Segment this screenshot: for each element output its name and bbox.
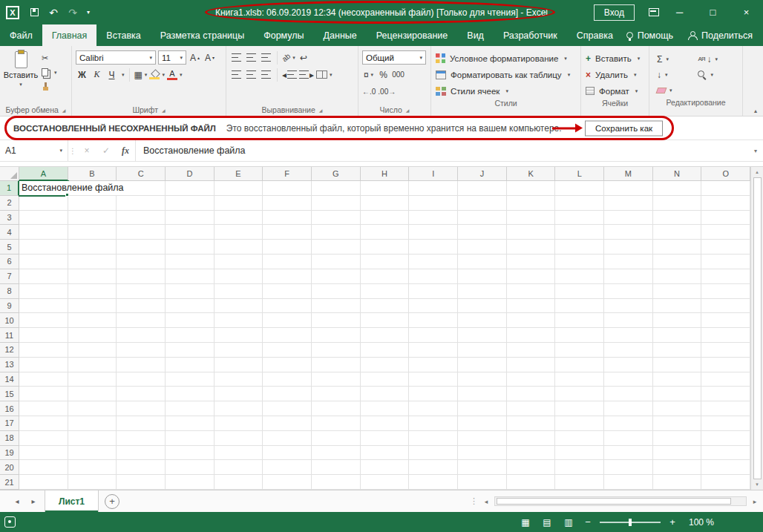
cell-E8[interactable] [215, 284, 263, 299]
align-right-button[interactable] [260, 68, 272, 82]
tab-developer[interactable]: Разработчик [494, 24, 567, 46]
cell-B21[interactable] [68, 475, 117, 490]
cell-N10[interactable] [653, 313, 702, 328]
cell-M7[interactable] [604, 269, 653, 284]
cell-I21[interactable] [409, 475, 458, 490]
cell-C19[interactable] [117, 446, 166, 461]
cell-I14[interactable] [409, 372, 458, 387]
cell-C5[interactable] [117, 240, 166, 254]
name-box[interactable]: A1▾ [0, 140, 68, 161]
cell-M11[interactable] [604, 328, 653, 343]
row-header-1[interactable]: 1 [0, 181, 19, 196]
fill-handle[interactable] [65, 193, 69, 197]
vertical-scrollbar[interactable]: ▴ ▾ [750, 167, 763, 490]
cell-K15[interactable] [507, 387, 556, 401]
cell-N15[interactable] [653, 387, 702, 401]
cell-E12[interactable] [215, 343, 263, 358]
cell-I5[interactable] [409, 240, 458, 254]
column-header-L[interactable]: L [555, 167, 604, 181]
cell-A12[interactable] [19, 343, 68, 358]
cell-J8[interactable] [458, 284, 507, 299]
decrease-indent-button[interactable]: ◂ [282, 68, 297, 82]
splitter-grip[interactable]: ⋮ [470, 496, 478, 506]
cell-G17[interactable] [312, 416, 361, 431]
zoom-out-button[interactable]: − [583, 516, 593, 528]
tab-review[interactable]: Рецензирование [367, 24, 458, 46]
cell-A20[interactable] [19, 460, 68, 475]
cell-D17[interactable] [166, 416, 215, 431]
cell-G6[interactable] [312, 254, 361, 269]
cell-K3[interactable] [507, 211, 556, 226]
cell-E15[interactable] [215, 387, 263, 401]
cell-O2[interactable] [701, 196, 750, 211]
cell-L16[interactable] [555, 401, 604, 416]
column-header-M[interactable]: M [604, 167, 653, 181]
cell-J9[interactable] [458, 299, 507, 314]
cell-F13[interactable] [263, 358, 312, 372]
number-format-select[interactable]: Общий▾ [362, 50, 426, 65]
cell-L8[interactable] [555, 284, 604, 299]
zoom-level[interactable]: 100 % [684, 517, 714, 528]
cell-N4[interactable] [653, 225, 702, 240]
align-bottom-button[interactable] [260, 50, 272, 65]
cell-J12[interactable] [458, 343, 507, 358]
share-button[interactable]: Поделиться [688, 30, 753, 41]
cell-I4[interactable] [409, 225, 458, 240]
row-header-6[interactable]: 6 [0, 254, 19, 269]
cell-N7[interactable] [653, 269, 702, 284]
cell-N6[interactable] [653, 254, 702, 269]
row-header-21[interactable]: 21 [0, 475, 19, 490]
cell-J17[interactable] [458, 416, 507, 431]
cell-B20[interactable] [68, 460, 117, 475]
cell-G8[interactable] [312, 284, 361, 299]
cell-O11[interactable] [701, 328, 750, 343]
tell-me-button[interactable]: Помощь [626, 30, 673, 41]
maximize-button[interactable]: □ [696, 0, 730, 24]
comma-style-button[interactable]: 000 [392, 68, 405, 82]
add-sheet-button[interactable]: + [105, 494, 119, 509]
cell-B15[interactable] [68, 387, 117, 401]
fill-color-button[interactable]: ▾ [149, 68, 165, 82]
cell-G10[interactable] [312, 313, 361, 328]
cell-G2[interactable] [312, 196, 361, 211]
cell-E20[interactable] [215, 460, 263, 475]
cell-I2[interactable] [409, 196, 458, 211]
column-header-G[interactable]: G [312, 167, 361, 181]
cell-A10[interactable] [19, 313, 68, 328]
cell-D19[interactable] [166, 446, 215, 461]
cell-G11[interactable] [312, 328, 361, 343]
cell-F16[interactable] [263, 401, 312, 416]
row-header-12[interactable]: 12 [0, 343, 19, 358]
cell-L13[interactable] [555, 358, 604, 372]
align-middle-button[interactable] [245, 50, 258, 65]
cell-K6[interactable] [507, 254, 556, 269]
cell-L10[interactable] [555, 313, 604, 328]
percent-style-button[interactable]: % [377, 68, 390, 82]
cell-O10[interactable] [701, 313, 750, 328]
formula-bar-grip[interactable]: ⋮ [68, 140, 77, 161]
cell-B6[interactable] [68, 254, 117, 269]
cell-O1[interactable] [701, 181, 750, 196]
cell-D4[interactable] [166, 225, 215, 240]
cell-E10[interactable] [215, 313, 263, 328]
cell-F19[interactable] [263, 446, 312, 461]
cell-D1[interactable] [166, 181, 215, 196]
cell-N21[interactable] [653, 475, 702, 490]
row-header-13[interactable]: 13 [0, 358, 19, 372]
cell-H1[interactable] [361, 181, 410, 196]
tab-formulas[interactable]: Формулы [254, 24, 313, 46]
cell-J21[interactable] [458, 475, 507, 490]
column-header-K[interactable]: K [507, 167, 556, 181]
cell-D16[interactable] [166, 401, 215, 416]
cell-D15[interactable] [166, 387, 215, 401]
cell-J14[interactable] [458, 372, 507, 387]
cell-K17[interactable] [507, 416, 556, 431]
save-as-button[interactable]: Сохранить как [585, 120, 663, 136]
cell-D8[interactable] [166, 284, 215, 299]
bold-button[interactable]: Ж [76, 68, 88, 82]
cell-D12[interactable] [166, 343, 215, 358]
cell-L18[interactable] [555, 431, 604, 446]
cell-O16[interactable] [701, 401, 750, 416]
copy-button[interactable]: ▾ [42, 67, 57, 78]
sort-filter-button[interactable]: АЯ↓▾ [698, 53, 735, 65]
